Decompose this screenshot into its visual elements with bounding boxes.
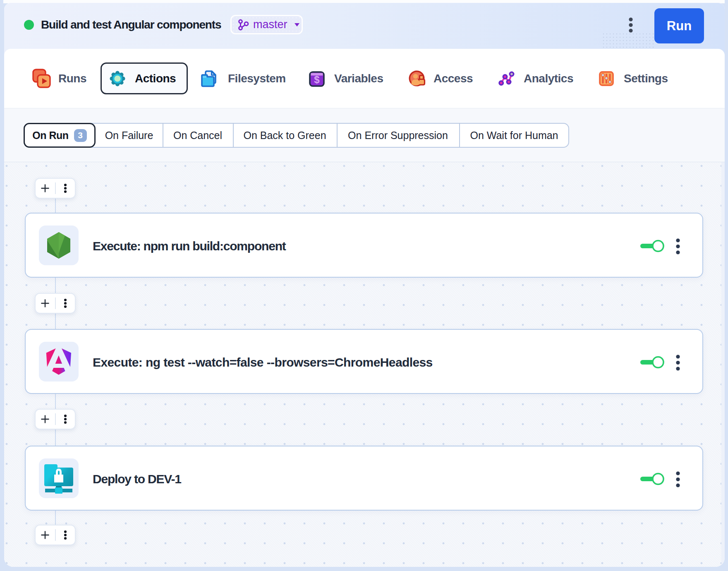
svg-text:$: $ — [314, 74, 320, 85]
